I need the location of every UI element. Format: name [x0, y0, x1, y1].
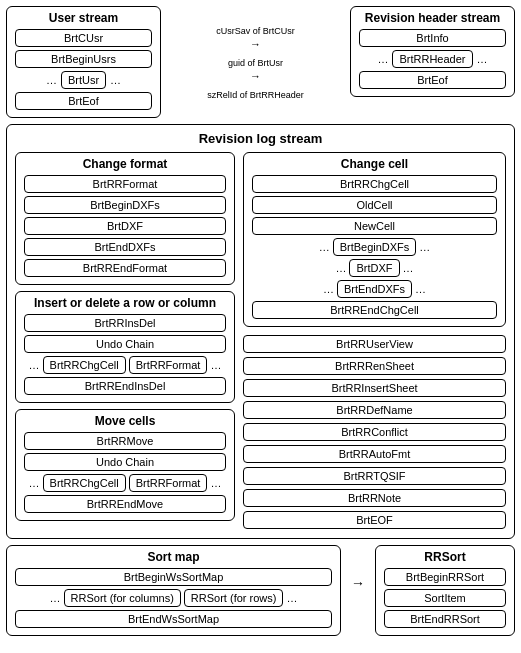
- brt-eof-rh: BrtEof: [359, 71, 506, 89]
- brt-rrchgcell-id: BrtRRChgCell: [43, 356, 126, 374]
- brt-rrend-chgcell: BrtRREndChgCell: [252, 301, 497, 319]
- brt-rrinsdel: BrtRRInsDel: [24, 314, 226, 332]
- cc-brt-dxf: BrtDXF: [349, 259, 399, 277]
- revision-header-title: Revision header stream: [359, 11, 506, 25]
- change-format-box: Change format BrtRRFormat BrtBeginDXFs B…: [15, 152, 235, 285]
- revision-log-left: Change format BrtRRFormat BrtBeginDXFs B…: [15, 152, 235, 532]
- insert-delete-box: Insert or delete a row or column BrtRRIn…: [15, 291, 235, 403]
- user-stream-box: User stream BrtCUsr BrtBeginUsrs … BrtUs…: [6, 6, 161, 118]
- insert-delete-title: Insert or delete a row or column: [24, 296, 226, 310]
- cc-dxf: … BrtDXF …: [252, 259, 497, 277]
- cc-brt-end-dxfs: BrtEndDXFs: [337, 280, 412, 298]
- dots-rh-right: …: [477, 53, 488, 65]
- arrow2-line: →: [250, 70, 261, 82]
- sort-map-box: Sort map BrtBeginWsSortMap … RRSort (for…: [6, 545, 341, 636]
- move-cells-title: Move cells: [24, 414, 226, 428]
- cc-brt-begin-dxfs: BrtBeginDXFs: [333, 238, 417, 256]
- rrsort-rows: RRSort (for rows): [184, 589, 284, 607]
- change-format-title: Change format: [24, 157, 226, 171]
- brt-rrformat-id: BrtRRFormat: [129, 356, 208, 374]
- move-cells-middle: … BrtRRChgCell BrtRRFormat …: [24, 474, 226, 492]
- insert-delete-middle: … BrtRRChgCell BrtRRFormat …: [24, 356, 226, 374]
- revision-header-box: Revision header stream BrtInfo … BrtRRHe…: [350, 6, 515, 97]
- undo-chain-mc: Undo Chain: [24, 453, 226, 471]
- brt-rrformat: BrtRRFormat: [24, 175, 226, 193]
- brt-begin-usrs-row: BrtBeginUsrs: [15, 50, 152, 68]
- revision-log-title: Revision log stream: [15, 131, 506, 146]
- misc-5: BrtRRAutoFmt: [243, 445, 506, 463]
- top-arrows: cUsrSav of BrtCUsr → guid of BrtUsr → sz…: [171, 6, 340, 102]
- rrsort-title: RRSort: [384, 550, 506, 564]
- sort-map-middle: … RRSort (for columns) RRSort (for rows)…: [15, 589, 332, 607]
- sort-map-arrow: →: [351, 545, 365, 591]
- dots-right: …: [110, 74, 121, 86]
- cc-end-dxfs: … BrtEndDXFs …: [252, 280, 497, 298]
- misc-2: BrtRRInsertSheet: [243, 379, 506, 397]
- arrow-icon: →: [351, 575, 365, 591]
- misc-4: BrtRRConflict: [243, 423, 506, 441]
- move-cells-box: Move cells BrtRRMove Undo Chain … BrtRRC…: [15, 409, 235, 521]
- brt-rrend-move: BrtRREndMove: [24, 495, 226, 513]
- brt-cusr-row: BrtCUsr: [15, 29, 152, 47]
- user-stream-middle: … BrtUsr …: [15, 71, 152, 89]
- rrsort-box: RRSort BrtBeginRRSort SortItem BrtEndRRS…: [375, 545, 515, 636]
- revision-header-middle: … BrtRRHeader …: [359, 50, 506, 68]
- brt-rrheader-row: BrtRRHeader: [392, 50, 472, 68]
- brt-begin-dxfs: BrtBeginDXFs: [24, 196, 226, 214]
- brt-rrend-format: BrtRREndFormat: [24, 259, 226, 277]
- revision-log-inner: Change format BrtRRFormat BrtBeginDXFs B…: [15, 152, 506, 532]
- change-cell-title: Change cell: [252, 157, 497, 171]
- misc-7: BrtRRNote: [243, 489, 506, 507]
- arrow2-label: guid of BrtUsr: [228, 58, 283, 68]
- arrow1-line: →: [250, 38, 261, 50]
- brt-rrend-insdel: BrtRREndInsDel: [24, 377, 226, 395]
- new-cell: NewCell: [252, 217, 497, 235]
- brt-begin-rrsort: BrtBeginRRSort: [384, 568, 506, 586]
- rrsort-cols: RRSort (for columns): [64, 589, 181, 607]
- arrow1-label: cUsrSav of BrtCUsr: [216, 26, 295, 36]
- cc-begin-dxfs: … BrtBeginDXFs …: [252, 238, 497, 256]
- revision-log-section: Revision log stream Change format BrtRRF…: [6, 124, 515, 539]
- sort-map-title: Sort map: [15, 550, 332, 564]
- revision-log-right: Change cell BrtRRChgCell OldCell NewCell…: [243, 152, 506, 532]
- old-cell: OldCell: [252, 196, 497, 214]
- brt-end-wssortmap: BrtEndWsSortMap: [15, 610, 332, 628]
- brt-rrformat-mc: BrtRRFormat: [129, 474, 208, 492]
- misc-rows: BrtRRUserView BrtRRRenSheet BrtRRInsertS…: [243, 335, 506, 532]
- arrow3-label: szRelId of BrtRRHeader: [207, 90, 304, 100]
- main-container: User stream BrtCUsr BrtBeginUsrs … BrtUs…: [0, 0, 521, 653]
- misc-0: BrtRRUserView: [243, 335, 506, 353]
- brt-end-dxfs: BrtEndDXFs: [24, 238, 226, 256]
- brt-rrmove: BrtRRMove: [24, 432, 226, 450]
- brt-info-row: BrtInfo: [359, 29, 506, 47]
- brt-usr-row: BrtUsr: [61, 71, 106, 89]
- user-stream-title: User stream: [15, 11, 152, 25]
- brt-end-rrsort: BrtEndRRSort: [384, 610, 506, 628]
- misc-1: BrtRRRenSheet: [243, 357, 506, 375]
- brt-rrchgcell-mc: BrtRRChgCell: [43, 474, 126, 492]
- undo-chain-id: Undo Chain: [24, 335, 226, 353]
- misc-6: BrtRRTQSIF: [243, 467, 506, 485]
- brt-eof-user: BrtEof: [15, 92, 152, 110]
- top-section: User stream BrtCUsr BrtBeginUsrs … BrtUs…: [6, 6, 515, 118]
- brt-begin-wssortmap: BrtBeginWsSortMap: [15, 568, 332, 586]
- dots-left: …: [46, 74, 57, 86]
- bottom-section: Sort map BrtBeginWsSortMap … RRSort (for…: [6, 545, 515, 636]
- brt-rrchgcell: BrtRRChgCell: [252, 175, 497, 193]
- brt-dxf: BrtDXF: [24, 217, 226, 235]
- misc-3: BrtRRDefName: [243, 401, 506, 419]
- sort-item: SortItem: [384, 589, 506, 607]
- misc-8: BrtEOF: [243, 511, 506, 529]
- dots-rh-left: …: [377, 53, 388, 65]
- change-cell-box: Change cell BrtRRChgCell OldCell NewCell…: [243, 152, 506, 327]
